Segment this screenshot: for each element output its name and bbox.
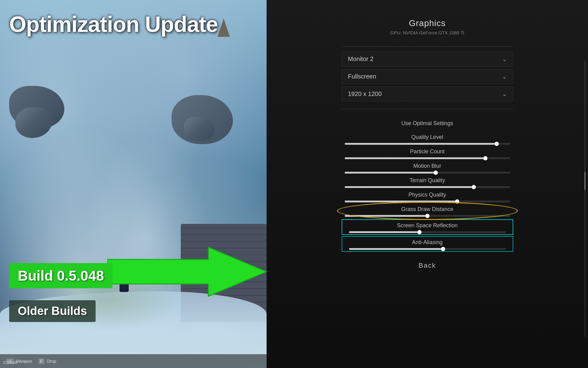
slider-label-6: Screen Space Reflection — [346, 222, 509, 229]
slider-fill-0 — [345, 143, 497, 145]
slider-thumb-7[interactable] — [441, 247, 445, 251]
drop-hud-item: F Drop — [38, 358, 56, 364]
arrow-graphic — [107, 241, 267, 304]
slider-fill-1 — [345, 157, 485, 159]
slider-thumb-2[interactable] — [434, 171, 438, 175]
slider-track-6[interactable] — [349, 231, 506, 233]
slider-row-2[interactable]: Motion Blur — [342, 160, 513, 175]
tepee-icon — [218, 18, 230, 37]
slider-fill-2 — [345, 172, 436, 174]
scrollbar-thumb — [584, 172, 586, 190]
optimal-settings-button[interactable]: Use Optimal Settings — [342, 117, 513, 130]
slider-track-5[interactable] — [345, 215, 510, 217]
slider-fill-3 — [345, 186, 474, 188]
slider-track-0[interactable] — [345, 143, 510, 145]
slider-thumb-5[interactable] — [425, 214, 430, 218]
resolution-value: 1920 x 1200 — [348, 90, 382, 98]
divider-top — [342, 46, 513, 47]
older-builds-box: Older Builds — [9, 300, 96, 322]
slider-track-4[interactable] — [345, 201, 510, 202]
game-screenshot-panel: Optimization Update Build 0.5.048 Older … — [0, 0, 267, 368]
slider-fill-5 — [345, 215, 427, 217]
slider-thumb-0[interactable] — [495, 142, 499, 146]
slider-label-7: Anti-Aliasing — [346, 239, 509, 246]
display-mode-dropdown[interactable]: Fullscreen ⌄ — [342, 69, 513, 84]
resolution-chevron-down-icon: ⌄ — [502, 91, 507, 98]
page-title: Optimization Update — [9, 12, 218, 36]
svg-marker-0 — [107, 247, 267, 296]
slider-row-7[interactable]: Anti-Aliasing — [342, 236, 513, 252]
settings-container: Graphics GPU: NVIDIA GeForce GTX 1080 Ti… — [342, 0, 513, 287]
slider-label-3: Terrain Quality — [342, 177, 513, 184]
build-version-box: Build 0.5.048 — [9, 263, 112, 288]
slider-row-3[interactable]: Terrain Quality — [342, 175, 513, 189]
older-builds-label: Older Builds — [18, 305, 87, 317]
display-mode-chevron-down-icon: ⌄ — [502, 73, 507, 80]
slider-row-5[interactable]: Grass Draw Distance — [342, 204, 513, 218]
settings-header: Graphics GPU: NVIDIA GeForce GTX 1080 Ti — [342, 18, 513, 35]
display-mode-value: Fullscreen — [348, 73, 376, 80]
slider-label-5: Grass Draw Distance — [342, 206, 513, 213]
slider-fill-6 — [349, 231, 419, 233]
slider-thumb-1[interactable] — [483, 156, 487, 160]
version-number: 0.5.048 — [3, 360, 17, 365]
monitor-chevron-down-icon: ⌄ — [502, 56, 507, 63]
settings-panel-title: Graphics — [342, 18, 513, 28]
slider-label-4: Physics Quality — [342, 192, 513, 198]
slider-label-1: Particle Count — [342, 148, 513, 155]
slider-track-1[interactable] — [345, 157, 510, 159]
slider-track-3[interactable] — [345, 186, 510, 188]
scrollbar[interactable] — [584, 61, 586, 337]
slider-row-6[interactable]: Screen Space Reflection — [342, 219, 513, 235]
slider-section: Quality LevelParticle CountMotion BlurTe… — [342, 132, 513, 252]
slider-fill-4 — [345, 201, 457, 202]
slider-track-2[interactable] — [345, 172, 510, 174]
slider-thumb-6[interactable] — [417, 230, 422, 234]
slider-label-2: Motion Blur — [342, 163, 513, 169]
slider-row-1[interactable]: Particle Count — [342, 146, 513, 160]
slider-row-0[interactable]: Quality Level — [342, 132, 513, 146]
hud-bar: ⚔ Weapon F Drop — [0, 354, 267, 368]
monitor-dropdown[interactable]: Monitor 2 ⌄ — [342, 52, 513, 67]
slider-fill-7 — [349, 248, 443, 250]
build-version-label: Build 0.5.048 — [18, 268, 104, 284]
drop-key: F — [38, 358, 45, 364]
divider-mid — [342, 109, 513, 109]
resolution-dropdown[interactable]: 1920 x 1200 ⌄ — [342, 86, 513, 102]
settings-panel: Graphics GPU: NVIDIA GeForce GTX 1080 Ti… — [267, 0, 588, 368]
slider-thumb-3[interactable] — [472, 185, 476, 189]
back-button[interactable]: Back — [342, 257, 513, 274]
monitor-value: Monitor 2 — [348, 56, 374, 63]
slider-thumb-4[interactable] — [455, 199, 459, 204]
slider-label-0: Quality Level — [342, 134, 513, 140]
slider-row-4[interactable]: Physics Quality — [342, 189, 513, 204]
slider-track-7[interactable] — [349, 248, 506, 250]
gpu-label: GPU: NVIDIA GeForce GTX 1080 Ti — [342, 30, 513, 35]
